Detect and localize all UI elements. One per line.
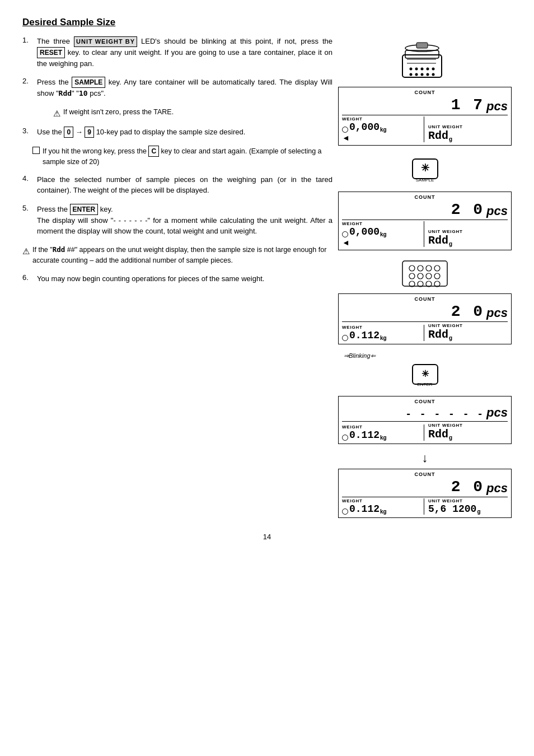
- instructions-column: 1. The three UNIT WEIGHT BY LED's should…: [22, 36, 332, 521]
- enter-key-icon: ✳ ENTER: [404, 358, 446, 391]
- svg-point-23: [434, 265, 440, 271]
- weight-panel-5: WEIGHT 0.112 kg: [342, 498, 424, 515]
- kg-unit-1: kg: [380, 127, 387, 133]
- step-6-number: 6.: [22, 273, 32, 282]
- warning-icon-2: ⚠: [22, 245, 30, 258]
- svg-point-27: [434, 273, 440, 279]
- svg-point-11: [415, 73, 418, 76]
- step-1: 1. The three UNIT WEIGHT BY LED's should…: [22, 36, 332, 69]
- svg-text:SAMPLE: SAMPLE: [415, 178, 433, 183]
- count-value-3: 2 0: [451, 303, 484, 320]
- pcs-label-4: pcs: [486, 405, 508, 420]
- warning-tare-text: If weight isn't zero, press the TARE.: [63, 107, 174, 118]
- arrow-2: ◄: [342, 238, 421, 247]
- step-3-text: Use the 0 → 9 10-key pad to display the …: [37, 127, 332, 138]
- kg-unit-3: kg: [380, 335, 387, 341]
- kg-unit-5: kg: [380, 508, 387, 515]
- weight-panel-3: WEIGHT 0.112 kg: [342, 325, 424, 341]
- step-3-number: 3.: [22, 127, 32, 135]
- sample-key-diagram: ✳ SAMPLE: [338, 153, 512, 187]
- svg-point-24: [409, 273, 415, 279]
- step-2-content: Press the SAMPLE key. Any tare container…: [37, 77, 332, 99]
- step-6-content: You may now begin counting operations fo…: [37, 273, 332, 284]
- weight-label-2: WEIGHT: [342, 221, 421, 226]
- uw-panel-1: UNIT WEIGHT Rdd g: [426, 124, 508, 142]
- scale-icon-top: [397, 38, 453, 80]
- key-reset: RESET: [37, 47, 65, 58]
- g-unit-1: g: [449, 136, 452, 142]
- down-arrow: ↓: [338, 451, 512, 465]
- svg-point-6: [415, 68, 418, 71]
- step-5: 5. Press the ENTER key. The display will…: [22, 204, 332, 237]
- step-4: 4. Place the selected number of sample p…: [22, 174, 332, 196]
- pcs-label-2: pcs: [486, 204, 508, 218]
- weight-value-2: 0,000: [349, 226, 380, 237]
- display-panel-5: COUNT 2 0 pcs WEIGHT 0.112 kg UNIT WEIGH…: [338, 469, 512, 518]
- weight-value-3: 0.112: [349, 330, 380, 341]
- key-sample: SAMPLE: [72, 77, 105, 88]
- g-unit-4: g: [449, 435, 452, 441]
- svg-point-8: [427, 68, 429, 71]
- pcs-label-5: pcs: [486, 481, 508, 496]
- svg-point-20: [409, 265, 415, 271]
- svg-point-14: [432, 73, 435, 76]
- weight-row-4: WEIGHT 0.112 kg UNIT WEIGHT Rdd g: [342, 423, 508, 441]
- weight-label-5: WEIGHT: [342, 498, 421, 503]
- weight-value-4: 0.112: [349, 430, 380, 441]
- weight-row-5: WEIGHT 0.112 kg UNIT WEIGHT 5,6 1200 g: [342, 498, 508, 515]
- svg-point-5: [410, 68, 413, 71]
- step-1-content: The three UNIT WEIGHT BY LED's should be…: [37, 36, 332, 69]
- weight-label-4: WEIGHT: [342, 424, 421, 430]
- kg-unit-4: kg: [380, 435, 387, 441]
- svg-text:✳: ✳: [420, 162, 429, 174]
- step-4-text: Place the selected number of sample piec…: [37, 174, 332, 196]
- svg-point-10: [410, 73, 413, 76]
- svg-point-12: [421, 73, 424, 76]
- count-label-2: COUNT: [342, 194, 508, 200]
- sample-key-icon: ✳ SAMPLE: [404, 153, 446, 187]
- weight-panel-4: WEIGHT 0.112 kg: [342, 424, 424, 441]
- g-unit-3: g: [449, 335, 452, 341]
- uw-panel-2: UNIT WEIGHT Rdd g: [426, 229, 508, 247]
- warning-icon-1: ⚠: [53, 108, 60, 120]
- led-unit-weight-by: UNIT WEIGHT BY: [74, 36, 137, 47]
- enter-key-diagram: ⇒Blinking⇐ ✳ ENTER: [338, 352, 512, 391]
- step-3-content: Use the 0 → 9 10-key pad to display the …: [37, 127, 332, 138]
- weight-row-3: WEIGHT 0.112 kg UNIT WEIGHT Rdd g: [342, 323, 508, 341]
- step-4-number: 4.: [22, 174, 32, 183]
- step-2: 2. Press the SAMPLE key. Any tare contai…: [22, 77, 332, 99]
- svg-text:ENTER: ENTER: [417, 382, 432, 387]
- scale-diagram-top: [338, 38, 512, 80]
- uw-value-2: Rdd: [428, 234, 448, 247]
- weight-row-1: WEIGHT 0,000 kg ◄ UNIT WEIGHT Rdd g: [342, 116, 508, 142]
- svg-rect-15: [416, 43, 428, 48]
- warning-rdd-text: If the "Rdd ##" appears on the unut weig…: [32, 245, 332, 266]
- uw-panel-3: UNIT WEIGHT Rdd g: [426, 323, 508, 341]
- count-label-3: COUNT: [342, 296, 508, 302]
- step-2-text: Press the SAMPLE key. Any tare container…: [37, 77, 332, 99]
- warning-rdd: ⚠ If the "Rdd ##" appears on the unut we…: [22, 245, 332, 266]
- weight-row-2: WEIGHT 0,000 kg ◄ UNIT WEIGHT Rdd g: [342, 221, 508, 247]
- pcs-label-3: pcs: [486, 306, 508, 320]
- step-5-number: 5.: [22, 204, 32, 212]
- svg-point-22: [426, 265, 432, 271]
- uw-value-5: 5,6 1200: [428, 503, 476, 515]
- uw-label-1: UNIT WEIGHT: [428, 124, 508, 129]
- svg-point-13: [427, 73, 429, 76]
- key-9: 9: [85, 127, 94, 138]
- uw-label-2: UNIT WEIGHT: [428, 229, 508, 234]
- uw-value-4: Rdd: [428, 428, 448, 441]
- display-panel-1: COUNT 1 7 pcs WEIGHT 0,000 kg ◄ UNIT WE: [338, 87, 512, 146]
- uw-label-4: UNIT WEIGHT: [428, 423, 508, 428]
- count-label-5: COUNT: [342, 472, 508, 477]
- weight-value-5: 0.112: [349, 503, 380, 515]
- weight-label-3: WEIGHT: [342, 325, 421, 330]
- uw-value-1: Rdd: [428, 129, 448, 142]
- count-value-4: - - - - - -: [405, 409, 484, 420]
- uw-label-3: UNIT WEIGHT: [428, 323, 508, 328]
- svg-point-25: [418, 273, 423, 279]
- step-5-text: Press the ENTER key. The display will sh…: [37, 204, 332, 237]
- zero-indicator-3: [342, 335, 348, 341]
- uw-panel-4: UNIT WEIGHT Rdd g: [426, 423, 508, 441]
- kg-unit-2: kg: [380, 231, 387, 237]
